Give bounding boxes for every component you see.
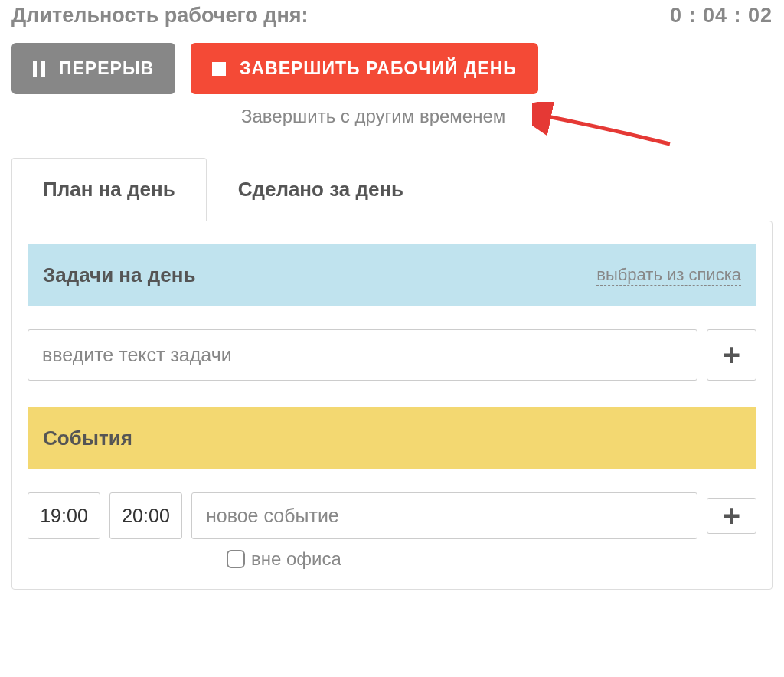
finish-other-row: Завершить с другим временем [241,106,773,127]
out-of-office-label: вне офиса [251,548,341,570]
task-input-row: + [28,329,756,381]
header-row: Длительность рабочего дня: 0 : 04 : 02 [11,4,773,28]
out-of-office-checkbox[interactable] [227,550,245,568]
add-task-button[interactable]: + [707,329,756,381]
event-time-from-input[interactable] [28,492,100,539]
tab-plan[interactable]: План на день [11,158,207,221]
pause-button-label: ПЕРЕРЫВ [59,58,154,79]
pause-button[interactable]: ПЕРЕРЫВ [11,43,175,94]
choose-from-list-link[interactable]: выбрать из списка [596,265,741,286]
event-text-input[interactable] [191,492,697,539]
finish-other-time-link[interactable]: Завершить с другим временем [241,106,505,126]
stop-button[interactable]: ЗАВЕРШИТЬ РАБОЧИЙ ДЕНЬ [191,43,538,94]
tabs: План на день Сделано за день [11,158,773,221]
timer-value: 0 : 04 : 02 [670,4,773,28]
arrow-icon [532,102,678,148]
tab-done[interactable]: Сделано за день [207,158,435,221]
pause-icon [33,61,45,77]
tasks-title: Задачи на день [43,263,195,287]
events-title: События [43,427,132,450]
event-input-row: + [28,492,756,539]
events-section-header: События [28,407,756,469]
button-row: ПЕРЕРЫВ ЗАВЕРШИТЬ РАБОЧИЙ ДЕНЬ [11,43,773,94]
add-event-button[interactable]: + [707,498,756,534]
stop-icon [212,62,226,76]
task-input[interactable] [28,329,697,381]
tab-content: Задачи на день выбрать из списка + Событ… [11,221,773,590]
duration-label: Длительность рабочего дня: [11,4,309,28]
out-of-office-row: вне офиса [227,548,756,570]
event-time-to-input[interactable] [109,492,182,539]
stop-button-label: ЗАВЕРШИТЬ РАБОЧИЙ ДЕНЬ [240,58,517,79]
tasks-section-header: Задачи на день выбрать из списка [28,244,756,306]
